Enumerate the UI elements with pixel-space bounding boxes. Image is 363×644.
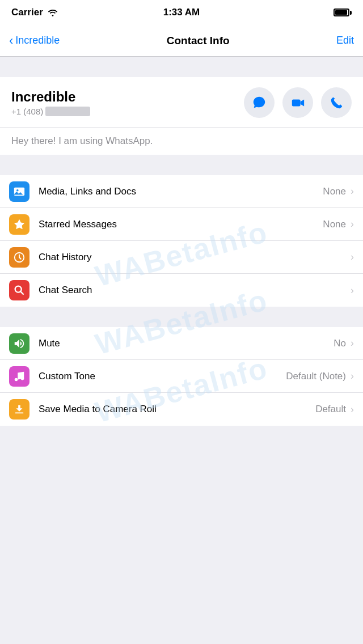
savemedia-label: Save Media to Camera Roll — [39, 404, 315, 415]
status-bar-left: Carrier — [11, 7, 58, 18]
menu-item-history[interactable]: Chat History › — [0, 241, 363, 274]
photo-icon — [13, 185, 26, 198]
menu-item-tone[interactable]: Custom Tone Default (Note) › — [0, 360, 363, 393]
section-gap-top — [0, 57, 363, 77]
savemedia-value: Default — [315, 404, 346, 415]
menu-item-savemedia[interactable]: Save Media to Camera Roll Default › — [0, 393, 363, 426]
tone-chevron-icon: › — [351, 370, 354, 382]
speaker-icon — [13, 337, 26, 350]
video-icon — [290, 95, 305, 110]
media-icon-wrap — [9, 181, 29, 202]
media-label: Media, Links and Docs — [39, 186, 323, 197]
message-icon — [252, 95, 267, 110]
svg-rect-0 — [292, 99, 301, 106]
phone-number: +1 (408) — [11, 107, 43, 116]
svg-point-2 — [16, 189, 19, 191]
section-gap-middle — [0, 155, 363, 175]
search-label: Chat Search — [39, 285, 346, 296]
menu-item-mute[interactable]: Mute No › — [0, 327, 363, 360]
menu-section-1: Media, Links and Docs None › Starred Mes… — [0, 175, 363, 307]
contact-info: Incredible +1 (408) ███ ████ — [11, 89, 90, 116]
savemedia-chevron-icon: › — [351, 404, 354, 416]
starred-label: Starred Messages — [39, 219, 323, 230]
media-chevron-icon: › — [351, 185, 354, 197]
history-label: Chat History — [39, 252, 346, 263]
contact-name: Incredible — [11, 89, 90, 105]
starred-value: None — [323, 219, 346, 230]
phone-icon — [329, 95, 344, 110]
carrier-label: Carrier — [11, 7, 43, 18]
search-chevron-icon: › — [351, 285, 354, 296]
history-chevron-icon: › — [351, 251, 354, 263]
contact-header: Incredible +1 (408) ███ ████ — [0, 77, 363, 127]
tone-icon-wrap — [9, 366, 29, 387]
message-button[interactable] — [244, 87, 275, 118]
phone-blurred: ███ ████ — [45, 107, 90, 116]
mute-icon-wrap — [9, 333, 29, 354]
section-gap-bottom — [0, 307, 363, 327]
mute-label: Mute — [39, 338, 334, 349]
starred-chevron-icon: › — [351, 218, 354, 230]
music-icon — [13, 370, 26, 383]
nav-bar: ‹ Incredible Contact Info Edit — [0, 25, 363, 57]
starred-icon-wrap — [9, 214, 29, 235]
savemedia-icon-wrap — [9, 399, 29, 420]
clock-icon — [13, 251, 26, 264]
mute-value: No — [334, 338, 346, 349]
search-icon — [13, 284, 26, 296]
media-value: None — [323, 186, 346, 197]
history-icon-wrap — [9, 247, 29, 268]
tone-label: Custom Tone — [39, 371, 286, 382]
video-button[interactable] — [282, 87, 313, 118]
svg-rect-7 — [15, 413, 24, 414]
svg-point-5 — [15, 378, 18, 381]
tone-value: Default (Note) — [286, 371, 346, 382]
status-bar-time: 1:33 AM — [163, 7, 200, 18]
call-button[interactable] — [321, 87, 352, 118]
svg-point-6 — [21, 376, 24, 380]
battery-icon — [334, 9, 352, 16]
menu-item-media[interactable]: Media, Links and Docs None › — [0, 175, 363, 208]
status-bar: Carrier 1:33 AM — [0, 0, 363, 25]
back-button[interactable]: ‹ Incredible — [9, 35, 60, 47]
status-bar-right — [334, 9, 352, 16]
status-section: Hey there! I am using WhatsApp. — [0, 127, 363, 155]
back-label: Incredible — [15, 35, 60, 46]
menu-section-2: Mute No › Custom Tone Default (Note) › S… — [0, 327, 363, 426]
edit-button[interactable]: Edit — [336, 35, 354, 46]
menu-item-starred[interactable]: Starred Messages None › — [0, 208, 363, 241]
mute-chevron-icon: › — [351, 337, 354, 349]
wifi-icon — [48, 9, 58, 16]
back-chevron-icon: ‹ — [9, 35, 13, 47]
star-icon — [13, 218, 26, 231]
contact-phone: +1 (408) ███ ████ — [11, 107, 90, 116]
nav-title: Contact Info — [167, 35, 230, 47]
search-icon-wrap — [9, 280, 29, 300]
download-icon — [13, 403, 26, 416]
menu-item-search[interactable]: Chat Search › — [0, 274, 363, 307]
contact-actions — [244, 87, 352, 118]
status-text: Hey there! I am using WhatsApp. — [11, 135, 153, 146]
